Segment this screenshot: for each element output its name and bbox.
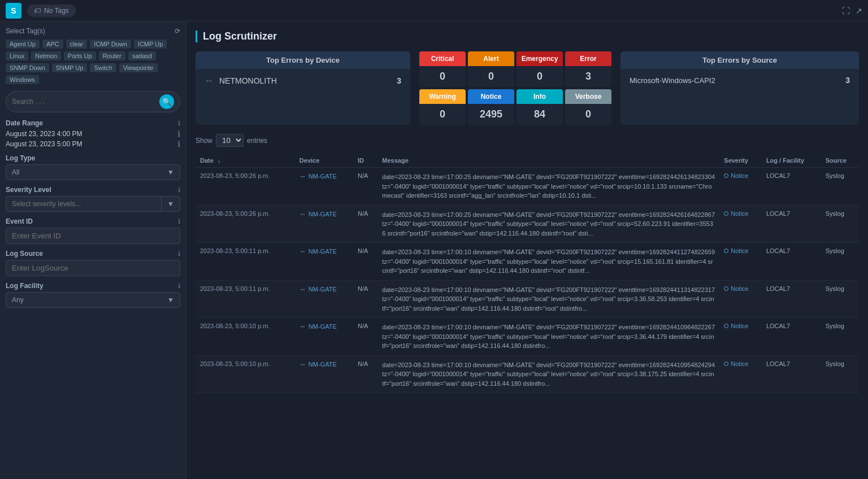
severity-info-icon[interactable]: ℹ — [178, 186, 180, 194]
date-to: August 23, 2023 5:00 PM — [6, 140, 82, 148]
severity-card-verbose[interactable]: Verbose0 — [565, 89, 611, 125]
cell-date: 2023-08-23, 5:00:26 p.m. — [196, 168, 295, 206]
log-facility-dropdown[interactable]: Any ▼ — [6, 292, 180, 308]
severity-dropdown[interactable]: ▼ — [6, 196, 180, 212]
search-icon: 🔍 — [162, 98, 172, 106]
tag-badge-apc[interactable]: APC — [42, 40, 63, 49]
refresh-icon[interactable]: ⟳ — [175, 27, 180, 35]
entries-label: entries — [247, 137, 267, 145]
cell-id: N/A — [353, 318, 377, 356]
cell-source: Syslog — [821, 280, 859, 318]
severity-input[interactable] — [6, 197, 161, 211]
search-box: 🔍 — [6, 91, 180, 112]
date-range-label-row: Date Range ℹ — [6, 119, 180, 127]
device-link[interactable]: ↔ NM-GATE — [300, 285, 349, 293]
severity-label-row: Severity Level ℹ — [6, 186, 180, 194]
sev-label: Warning — [419, 89, 466, 104]
severity-arrow-icon[interactable]: ▼ — [161, 197, 180, 211]
device-link[interactable]: ↔ NM-GATE — [300, 210, 349, 218]
severity-bottom-row: Warning0Notice2495Info84Verbose0 — [419, 89, 611, 125]
tag-badge-clear[interactable]: clear — [66, 40, 88, 49]
topbar-right: ⛶ ↗ — [842, 6, 862, 15]
cell-date: 2023-08-23, 5:00:11 p.m. — [196, 243, 295, 281]
log-facility-info-icon[interactable]: ℹ — [178, 282, 180, 290]
device-link[interactable]: ↔ NM-GATE — [300, 360, 349, 368]
cell-message: date=2023-08-23 time=17:00:10 devname="N… — [377, 243, 719, 281]
event-id-info-icon[interactable]: ℹ — [178, 218, 180, 225]
severity-card-alert[interactable]: Alert0 — [468, 51, 514, 87]
source-name: Microsoft-Windows-CAPI2 — [630, 76, 715, 85]
cell-source: Syslog — [821, 205, 859, 243]
topbar: S 🏷 No Tags ⛶ ↗ — [0, 0, 868, 21]
tags-pill[interactable]: 🏷 No Tags — [27, 5, 76, 17]
table-body: 2023-08-23, 5:00:26 p.m. ↔ NM-GATE N/A d… — [196, 168, 859, 393]
severity-card-notice[interactable]: Notice2495 — [468, 89, 514, 125]
severity-card-emergency[interactable]: Emergency0 — [517, 51, 563, 87]
table-row[interactable]: 2023-08-23, 5:00:11 p.m. ↔ NM-GATE N/A d… — [196, 280, 859, 318]
log-source-input[interactable] — [6, 260, 180, 276]
main-layout: Select Tag(s) ⟳ Agent UpAPCclearICMP Dow… — [0, 21, 868, 479]
cell-severity: Notice — [719, 168, 762, 206]
sev-label: Notice — [468, 89, 514, 104]
event-id-label-row: Event ID ℹ — [6, 217, 180, 225]
entries-select[interactable]: 10 — [216, 134, 244, 147]
device-name-cell: NM-GATE — [309, 323, 337, 330]
event-id-section: Event ID ℹ — [6, 217, 180, 244]
device-link[interactable]: ↔ NM-GATE — [300, 247, 349, 255]
cell-severity: Notice — [719, 243, 762, 281]
severity-card-warning[interactable]: Warning0 — [419, 89, 466, 125]
exit-icon[interactable]: ↗ — [856, 6, 862, 15]
table-row[interactable]: 2023-08-23, 5:00:26 p.m. ↔ NM-GATE N/A d… — [196, 168, 859, 206]
col-date[interactable]: Date ↓ — [196, 154, 295, 168]
cell-message: date=2023-08-23 time=17:00:25 devname="N… — [377, 205, 719, 243]
tag-badge-router[interactable]: Router — [99, 51, 125, 60]
content: Log Scrutinizer Top Errors by Device ↔NE… — [186, 21, 868, 479]
table-row[interactable]: 2023-08-23, 5:00:10 p.m. ↔ NM-GATE N/A d… — [196, 355, 859, 393]
severity-card-info[interactable]: Info84 — [517, 89, 563, 125]
date-range-section: Date Range ℹ August 23, 2023 4:00 PM ℹ A… — [6, 119, 180, 149]
tag-badge-snmp-up[interactable]: SNMP Up — [52, 63, 88, 72]
tag-badge-windows[interactable]: Windows — [6, 75, 39, 84]
cell-source: Syslog — [821, 355, 859, 393]
severity-dot-icon — [724, 249, 728, 253]
source-rows-container: Microsoft-Windows-CAPI23 — [620, 69, 859, 92]
date-range-info-icon[interactable]: ℹ — [178, 120, 180, 127]
severity-card-critical[interactable]: Critical0 — [419, 51, 466, 87]
table-row[interactable]: 2023-08-23, 5:00:10 p.m. ↔ NM-GATE N/A d… — [196, 318, 859, 356]
severity-card-error[interactable]: Error3 — [565, 51, 611, 87]
table-row[interactable]: 2023-08-23, 5:00:26 p.m. ↔ NM-GATE N/A d… — [196, 205, 859, 243]
search-button[interactable]: 🔍 — [159, 94, 174, 109]
event-id-input[interactable] — [6, 228, 180, 244]
table-row[interactable]: 2023-08-23, 5:00:11 p.m. ↔ NM-GATE N/A d… — [196, 243, 859, 281]
device-link[interactable]: ↔ NM-GATE — [300, 172, 349, 180]
tag-badge-viewpointe[interactable]: Viewpointe — [119, 63, 158, 72]
severity-text: Notice — [731, 172, 748, 179]
log-source-info-icon[interactable]: ℹ — [178, 250, 180, 258]
tag-badge-icmp-up[interactable]: ICMP Up — [134, 40, 167, 49]
source-count: 3 — [845, 76, 850, 85]
col-id: ID — [353, 154, 377, 168]
severity-level-section: Severity Level ℹ ▼ — [6, 186, 180, 212]
log-source-section: Log Source ℹ — [6, 250, 180, 276]
tag-badge-ports-up[interactable]: Ports Up — [64, 51, 96, 60]
fullscreen-icon[interactable]: ⛶ — [842, 6, 850, 15]
severity-badge: Notice — [724, 172, 748, 179]
tag-badge-sadasd[interactable]: sadasd — [128, 51, 156, 60]
col-source: Source — [821, 154, 859, 168]
sort-arrow-date: ↓ — [218, 157, 221, 164]
tag-badge-linux[interactable]: Linux — [6, 51, 28, 60]
date-from-info-icon[interactable]: ℹ — [177, 129, 180, 138]
tag-badge-agent-up[interactable]: Agent Up — [6, 40, 40, 49]
tag-badge-icmp-down[interactable]: ICMP Down — [90, 40, 131, 49]
tag-badge-netmon[interactable]: Netmon — [31, 51, 61, 60]
tag-badge-snmp-down[interactable]: SNMP Down — [6, 63, 49, 72]
date-from: August 23, 2023 4:00 PM — [6, 130, 82, 138]
device-link[interactable]: ↔ NM-GATE — [300, 323, 349, 330]
severity-text: Notice — [731, 360, 748, 367]
device-name: NETMONOLITH — [219, 76, 391, 85]
log-type-dropdown[interactable]: All ▼ — [6, 164, 180, 180]
date-to-info-icon[interactable]: ℹ — [177, 140, 180, 149]
tag-badge-switch[interactable]: Switch — [90, 63, 116, 72]
search-input[interactable] — [12, 98, 159, 106]
top-errors-source-panel: Top Errors by Source Microsoft-Windows-C… — [620, 51, 859, 125]
